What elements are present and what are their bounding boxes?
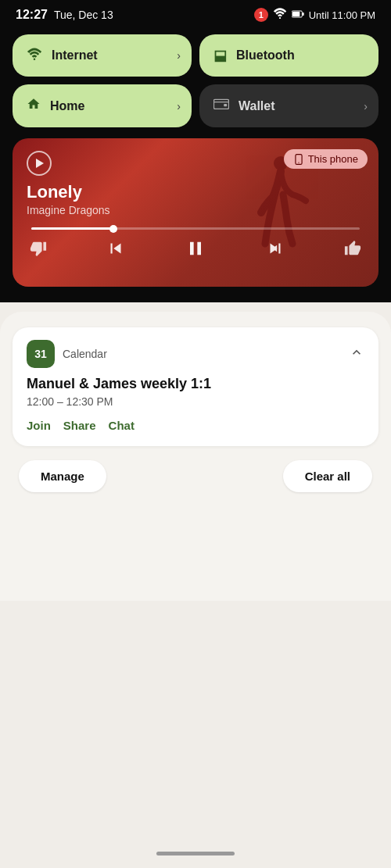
skip-back-button[interactable] xyxy=(106,238,126,259)
bluetooth-label: Bluetooth xyxy=(236,48,295,63)
home-icon xyxy=(27,97,41,115)
status-bar: 12:27 Tue, Dec 13 1 xyxy=(0,0,391,28)
progress-track xyxy=(31,227,360,230)
svg-point-9 xyxy=(298,162,299,163)
bottom-action-buttons: Manage Clear all xyxy=(13,457,378,492)
status-time: 12:27 xyxy=(16,8,48,22)
home-chevron-icon: › xyxy=(177,100,181,113)
qs-tile-wallet[interactable]: Wallet › xyxy=(199,84,378,127)
chat-button[interactable]: Chat xyxy=(109,419,135,432)
notification-header: 31 Calendar xyxy=(27,340,364,368)
notification-area: 31 Calendar Manuel & James weekly 1:1 12… xyxy=(0,312,391,601)
wifi-icon xyxy=(273,8,287,22)
qs-tile-home[interactable]: Home › xyxy=(13,84,192,127)
share-button[interactable]: Share xyxy=(63,419,96,432)
status-right: 1 Until 11:00 PM xyxy=(254,8,375,22)
this-phone-badge: This phone xyxy=(284,149,368,169)
notification-actions: Join Share Chat xyxy=(27,419,364,432)
internet-chevron-icon: › xyxy=(177,49,181,62)
battery-text: Until 11:00 PM xyxy=(309,9,375,21)
music-player: This phone Lonely Imagine Dragons xyxy=(13,138,378,287)
home-indicator xyxy=(156,852,235,855)
music-play-indicator xyxy=(27,151,52,176)
notification-badge: 1 xyxy=(254,8,268,22)
svg-point-4 xyxy=(34,58,36,60)
status-date: Tue, Dec 13 xyxy=(54,9,113,21)
qs-tile-bluetooth[interactable]: ⬓ Bluetooth xyxy=(199,34,378,77)
calendar-notification-card: 31 Calendar Manuel & James weekly 1:1 12… xyxy=(13,327,378,446)
calendar-app-name: Calendar xyxy=(63,348,107,360)
expand-notification-button[interactable] xyxy=(349,345,364,364)
event-time: 12:00 – 12:30 PM xyxy=(27,395,364,408)
battery-icon xyxy=(292,9,304,21)
progress-fill xyxy=(31,227,113,230)
notification-header-left: 31 Calendar xyxy=(27,340,107,368)
svg-point-0 xyxy=(279,17,281,19)
svg-rect-2 xyxy=(292,12,300,16)
join-button[interactable]: Join xyxy=(27,419,51,432)
quick-settings: Internet › ⬓ Bluetooth Home › xyxy=(0,28,391,135)
wallet-chevron-icon: › xyxy=(364,100,368,113)
wallet-icon xyxy=(213,98,229,114)
thumbs-down-button[interactable] xyxy=(30,240,47,257)
calendar-app-icon: 31 xyxy=(27,340,55,368)
home-label: Home xyxy=(50,99,84,113)
bluetooth-icon: ⬓ xyxy=(213,47,227,64)
clear-all-button[interactable]: Clear all xyxy=(283,460,372,492)
progress-handle xyxy=(109,225,117,233)
qs-tile-internet[interactable]: Internet › xyxy=(13,34,192,77)
wifi-qs-icon xyxy=(27,48,42,64)
thumbs-up-button[interactable] xyxy=(344,240,361,257)
svg-rect-3 xyxy=(302,13,303,16)
music-progress-bar[interactable] xyxy=(27,227,364,230)
wallet-label: Wallet xyxy=(239,99,275,113)
status-left: 12:27 Tue, Dec 13 xyxy=(16,8,113,22)
internet-label: Internet xyxy=(52,48,98,63)
manage-button[interactable]: Manage xyxy=(19,460,106,492)
pause-button[interactable] xyxy=(185,238,206,259)
svg-rect-6 xyxy=(224,104,227,106)
event-title: Manuel & James weekly 1:1 xyxy=(27,376,364,392)
